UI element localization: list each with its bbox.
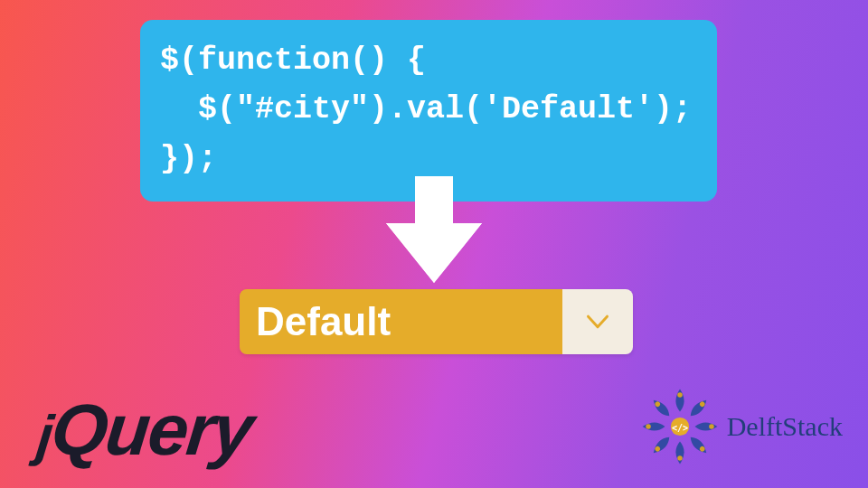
select-dropdown[interactable]: Default xyxy=(240,289,633,354)
jquery-logo: jQuery xyxy=(33,389,256,472)
select-value-text: Default xyxy=(256,299,391,344)
code-snippet-box: $(function() { $("#city").val('Default')… xyxy=(140,20,717,202)
select-value: Default xyxy=(240,289,562,354)
svg-point-3 xyxy=(709,424,714,429)
down-arrow-icon xyxy=(386,176,482,288)
select-toggle-button[interactable] xyxy=(562,289,633,354)
svg-point-7 xyxy=(646,424,651,429)
svg-point-1 xyxy=(677,392,683,398)
jquery-logo-text: Query xyxy=(48,389,257,470)
code-line-2: $("#city").val('Default'); xyxy=(160,91,692,127)
code-line-3: }); xyxy=(160,141,217,177)
mandala-icon: </> xyxy=(638,385,722,468)
delftstack-logo-text: DelftStack xyxy=(727,411,843,442)
delftstack-logo: </> DelftStack xyxy=(638,385,843,468)
code-line-1: $(function() { xyxy=(160,42,426,79)
chevron-down-icon xyxy=(585,309,610,334)
svg-point-5 xyxy=(677,455,683,461)
svg-text:</>: </> xyxy=(672,423,688,433)
